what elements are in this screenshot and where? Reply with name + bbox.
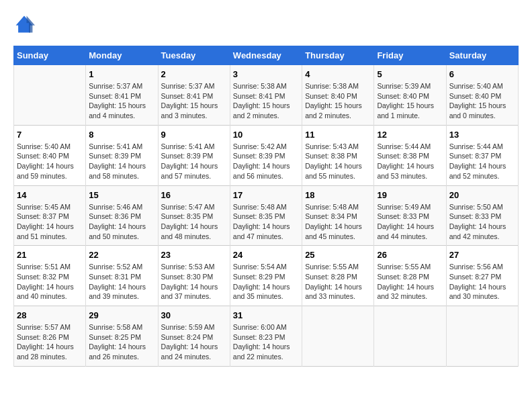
day-info: Sunrise: 5:50 AM Sunset: 8:33 PM Dayligh… xyxy=(449,202,515,242)
weekday-header-tuesday: Tuesday xyxy=(158,46,230,65)
day-info: Sunrise: 6:00 AM Sunset: 8:23 PM Dayligh… xyxy=(233,322,299,362)
calendar-week-row: 1Sunrise: 5:37 AM Sunset: 8:41 PM Daylig… xyxy=(14,65,519,126)
day-number: 20 xyxy=(449,190,515,200)
calendar-cell: 21Sunrise: 5:51 AM Sunset: 8:32 PM Dayli… xyxy=(14,246,86,306)
day-number: 29 xyxy=(89,310,154,320)
day-number: 11 xyxy=(305,130,371,140)
day-number: 1 xyxy=(89,69,154,79)
weekday-header-sunday: Sunday xyxy=(14,46,86,65)
calendar-cell: 24Sunrise: 5:54 AM Sunset: 8:29 PM Dayli… xyxy=(230,246,302,306)
day-info: Sunrise: 5:52 AM Sunset: 8:31 PM Dayligh… xyxy=(89,262,154,302)
day-number: 7 xyxy=(17,130,83,140)
day-number: 17 xyxy=(233,190,299,200)
day-number: 23 xyxy=(161,250,227,260)
day-info: Sunrise: 5:37 AM Sunset: 8:41 PM Dayligh… xyxy=(161,81,227,121)
day-info: Sunrise: 5:59 AM Sunset: 8:24 PM Dayligh… xyxy=(161,322,227,362)
day-number: 18 xyxy=(305,190,371,200)
day-info: Sunrise: 5:40 AM Sunset: 8:40 PM Dayligh… xyxy=(17,142,83,181)
day-info: Sunrise: 5:55 AM Sunset: 8:28 PM Dayligh… xyxy=(305,262,371,302)
weekday-header-monday: Monday xyxy=(86,46,158,65)
calendar-cell: 2Sunrise: 5:37 AM Sunset: 8:41 PM Daylig… xyxy=(158,65,230,126)
day-info: Sunrise: 5:56 AM Sunset: 8:27 PM Dayligh… xyxy=(449,262,515,302)
weekday-header-wednesday: Wednesday xyxy=(230,46,302,65)
day-number: 10 xyxy=(233,130,299,140)
calendar-cell: 17Sunrise: 5:48 AM Sunset: 8:35 PM Dayli… xyxy=(230,185,302,246)
day-number: 26 xyxy=(377,250,443,260)
calendar-cell: 29Sunrise: 5:58 AM Sunset: 8:25 PM Dayli… xyxy=(86,306,158,367)
day-info: Sunrise: 5:57 AM Sunset: 8:26 PM Dayligh… xyxy=(17,322,83,362)
calendar-cell: 18Sunrise: 5:48 AM Sunset: 8:34 PM Dayli… xyxy=(302,185,374,246)
day-number: 12 xyxy=(377,130,443,140)
day-info: Sunrise: 5:41 AM Sunset: 8:39 PM Dayligh… xyxy=(161,142,227,181)
calendar-cell: 31Sunrise: 6:00 AM Sunset: 8:23 PM Dayli… xyxy=(230,306,302,367)
weekday-header-row: SundayMondayTuesdayWednesdayThursdayFrid… xyxy=(14,46,519,65)
logo-icon xyxy=(13,13,35,35)
day-info: Sunrise: 5:55 AM Sunset: 8:28 PM Dayligh… xyxy=(377,262,443,302)
day-info: Sunrise: 5:51 AM Sunset: 8:32 PM Dayligh… xyxy=(17,262,83,302)
weekday-header-saturday: Saturday xyxy=(446,46,518,65)
day-info: Sunrise: 5:41 AM Sunset: 8:39 PM Dayligh… xyxy=(89,142,154,181)
calendar-cell xyxy=(446,306,518,367)
day-number: 31 xyxy=(233,310,299,320)
calendar-cell: 28Sunrise: 5:57 AM Sunset: 8:26 PM Dayli… xyxy=(14,306,86,367)
calendar-cell: 27Sunrise: 5:56 AM Sunset: 8:27 PM Dayli… xyxy=(446,246,518,306)
day-info: Sunrise: 5:53 AM Sunset: 8:30 PM Dayligh… xyxy=(161,262,227,302)
calendar-cell xyxy=(14,65,86,126)
logo xyxy=(13,13,39,35)
calendar-week-row: 7Sunrise: 5:40 AM Sunset: 8:40 PM Daylig… xyxy=(14,125,519,185)
calendar-cell: 4Sunrise: 5:38 AM Sunset: 8:40 PM Daylig… xyxy=(302,65,374,126)
day-number: 27 xyxy=(449,250,515,260)
day-info: Sunrise: 5:54 AM Sunset: 8:29 PM Dayligh… xyxy=(233,262,299,302)
calendar-week-row: 14Sunrise: 5:45 AM Sunset: 8:37 PM Dayli… xyxy=(14,185,519,246)
day-info: Sunrise: 5:49 AM Sunset: 8:33 PM Dayligh… xyxy=(377,202,443,242)
day-info: Sunrise: 5:46 AM Sunset: 8:36 PM Dayligh… xyxy=(89,202,154,242)
day-info: Sunrise: 5:37 AM Sunset: 8:41 PM Dayligh… xyxy=(89,81,154,121)
calendar-week-row: 21Sunrise: 5:51 AM Sunset: 8:32 PM Dayli… xyxy=(14,246,519,306)
calendar-cell: 5Sunrise: 5:39 AM Sunset: 8:40 PM Daylig… xyxy=(374,65,446,126)
day-info: Sunrise: 5:48 AM Sunset: 8:35 PM Dayligh… xyxy=(233,202,299,242)
day-info: Sunrise: 5:40 AM Sunset: 8:40 PM Dayligh… xyxy=(449,81,515,121)
day-number: 14 xyxy=(17,190,83,200)
day-info: Sunrise: 5:45 AM Sunset: 8:37 PM Dayligh… xyxy=(17,202,83,242)
calendar-table: SundayMondayTuesdayWednesdayThursdayFrid… xyxy=(13,46,519,367)
calendar-cell: 20Sunrise: 5:50 AM Sunset: 8:33 PM Dayli… xyxy=(446,185,518,246)
day-number: 21 xyxy=(17,250,83,260)
day-number: 13 xyxy=(449,130,515,140)
calendar-cell: 11Sunrise: 5:43 AM Sunset: 8:38 PM Dayli… xyxy=(302,125,374,185)
day-info: Sunrise: 5:47 AM Sunset: 8:35 PM Dayligh… xyxy=(161,202,227,242)
calendar-cell: 3Sunrise: 5:38 AM Sunset: 8:41 PM Daylig… xyxy=(230,65,302,126)
calendar-week-row: 28Sunrise: 5:57 AM Sunset: 8:26 PM Dayli… xyxy=(14,306,519,367)
day-info: Sunrise: 5:43 AM Sunset: 8:38 PM Dayligh… xyxy=(305,142,371,181)
day-number: 25 xyxy=(305,250,371,260)
day-number: 9 xyxy=(161,130,227,140)
page-header xyxy=(13,13,519,35)
calendar-cell: 1Sunrise: 5:37 AM Sunset: 8:41 PM Daylig… xyxy=(86,65,158,126)
calendar-cell: 10Sunrise: 5:42 AM Sunset: 8:39 PM Dayli… xyxy=(230,125,302,185)
calendar-cell: 14Sunrise: 5:45 AM Sunset: 8:37 PM Dayli… xyxy=(14,185,86,246)
calendar-cell: 9Sunrise: 5:41 AM Sunset: 8:39 PM Daylig… xyxy=(158,125,230,185)
day-info: Sunrise: 5:42 AM Sunset: 8:39 PM Dayligh… xyxy=(233,142,299,181)
day-number: 24 xyxy=(233,250,299,260)
calendar-cell: 30Sunrise: 5:59 AM Sunset: 8:24 PM Dayli… xyxy=(158,306,230,367)
weekday-header-friday: Friday xyxy=(374,46,446,65)
day-info: Sunrise: 5:44 AM Sunset: 8:37 PM Dayligh… xyxy=(449,142,515,181)
day-info: Sunrise: 5:44 AM Sunset: 8:38 PM Dayligh… xyxy=(377,142,443,181)
calendar-cell: 25Sunrise: 5:55 AM Sunset: 8:28 PM Dayli… xyxy=(302,246,374,306)
calendar-cell: 22Sunrise: 5:52 AM Sunset: 8:31 PM Dayli… xyxy=(86,246,158,306)
day-number: 22 xyxy=(89,250,154,260)
day-info: Sunrise: 5:58 AM Sunset: 8:25 PM Dayligh… xyxy=(89,322,154,362)
calendar-cell: 16Sunrise: 5:47 AM Sunset: 8:35 PM Dayli… xyxy=(158,185,230,246)
day-number: 19 xyxy=(377,190,443,200)
calendar-cell xyxy=(302,306,374,367)
day-number: 5 xyxy=(377,69,443,79)
day-number: 4 xyxy=(305,69,371,79)
day-number: 16 xyxy=(161,190,227,200)
calendar-cell: 13Sunrise: 5:44 AM Sunset: 8:37 PM Dayli… xyxy=(446,125,518,185)
calendar-cell: 8Sunrise: 5:41 AM Sunset: 8:39 PM Daylig… xyxy=(86,125,158,185)
day-info: Sunrise: 5:48 AM Sunset: 8:34 PM Dayligh… xyxy=(305,202,371,242)
day-info: Sunrise: 5:38 AM Sunset: 8:41 PM Dayligh… xyxy=(233,81,299,121)
calendar-cell: 6Sunrise: 5:40 AM Sunset: 8:40 PM Daylig… xyxy=(446,65,518,126)
calendar-cell: 26Sunrise: 5:55 AM Sunset: 8:28 PM Dayli… xyxy=(374,246,446,306)
calendar-cell: 15Sunrise: 5:46 AM Sunset: 8:36 PM Dayli… xyxy=(86,185,158,246)
day-info: Sunrise: 5:38 AM Sunset: 8:40 PM Dayligh… xyxy=(305,81,371,121)
